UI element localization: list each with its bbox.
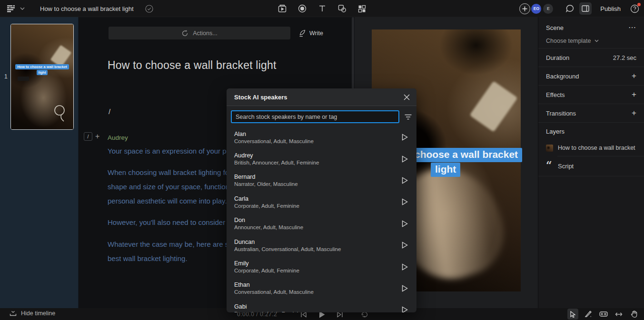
script-line[interactable]: When choosing wall bracket lighting for [108,168,231,176]
chevron-down-icon[interactable] [20,7,25,10]
script-line[interactable]: Your space is an expression of your per [108,147,233,155]
play-preview-icon[interactable] [402,198,408,205]
quill-icon [298,29,306,37]
speaker-row[interactable]: EthanConversational, Adult, Masculine [227,278,416,299]
modal-title: Stock AI speakers [234,94,287,101]
document-heading[interactable]: How to choose a wall bracket light [108,59,277,72]
layer-title: How to choose a wall bracket lig... [558,145,636,151]
add-transition-icon[interactable]: + [632,108,636,118]
video-caption-line[interactable]: light [431,163,460,177]
layout-grid-icon[interactable] [357,3,367,14]
thumbnail-caption-line: How to choose a wall bracket [15,64,69,69]
script-line[interactable]: personal aesthetic will come into play. [108,197,227,205]
help-button[interactable] [630,4,639,13]
slash-command-button[interactable]: / [84,132,92,141]
script-line[interactable]: Whatever the case may be, here are so [108,240,233,248]
speaker-row[interactable]: BernardNarrator, Older, Masculine [227,170,416,191]
magic-actions-icon [181,29,189,37]
speaker-label[interactable]: Audrey [108,134,128,141]
add-block-button[interactable]: + [95,133,99,140]
pan-hand-icon[interactable] [628,309,639,320]
filter-icon[interactable] [405,114,412,120]
avatar[interactable]: EO [531,4,541,14]
record-icon[interactable] [297,3,307,14]
speaker-name: Don [234,217,303,223]
project-title[interactable]: How to choose a wall bracket light [40,5,134,12]
play-preview-icon[interactable] [402,155,408,163]
speaker-row[interactable]: CarlaCorporate, Adult, Feminine [227,191,416,213]
clip-tool-icon[interactable] [598,309,609,320]
horizontal-resize-icon[interactable] [613,309,624,320]
script-line[interactable]: shape and size of your space, function [108,183,229,191]
close-icon[interactable] [404,94,410,100]
speaker-row[interactable]: GabiPromotional, Adult, Feminine [227,299,416,312]
draw-tool-icon[interactable] [583,309,594,320]
timeline-tray-icon [10,310,17,317]
speaker-name: Audrey [234,152,319,159]
thumbnail-caption: How to choose a wall bracket light [11,64,73,75]
comments-icon[interactable] [565,4,575,13]
layer-item-caption[interactable]: How to choose a wall bracket lig... [538,140,644,156]
layers-label: Layers [546,128,565,135]
slide-thumbnail[interactable]: How to choose a wall bracket light [10,24,74,130]
add-collaborator-icon[interactable] [519,3,530,14]
top-bar: How to choose a wall bracket light EO E [0,0,644,17]
thumbnail-caption-line: light [37,70,48,75]
play-preview-icon[interactable] [402,220,408,227]
hide-timeline-button[interactable]: Hide timeline [10,310,55,317]
script-line[interactable]: best wall bracket lighting. [108,254,188,262]
add-background-icon[interactable]: + [632,71,636,81]
app-logo-icon[interactable] [7,5,15,12]
effects-row[interactable]: Effects + [538,86,644,104]
speaker-search-row [227,106,416,126]
quote-icon: “ [546,164,554,169]
thumbnail-speaker-tag [18,77,29,81]
text-icon[interactable] [317,3,327,14]
more-menu-icon[interactable]: ⋯ [628,26,636,29]
notification-dot [637,3,641,6]
stock-ai-speakers-modal: Stock AI speakers AlanConversational, Ad… [227,88,416,312]
slash-command-cursor[interactable]: / [109,107,110,116]
play-preview-icon[interactable] [402,177,408,184]
publish-button[interactable]: Publish [600,5,621,12]
toggle-sidebar-icon[interactable] [579,2,592,15]
speaker-row[interactable]: AudreyBritish, Announcer, Adult, Feminin… [227,148,416,169]
transitions-label: Transitions [546,110,576,117]
select-tool-icon[interactable] [567,309,578,320]
play-preview-icon[interactable] [402,263,408,271]
slides-panel: 1 How to choose a wall bracket light [0,17,79,308]
add-effect-icon[interactable]: + [632,90,636,99]
play-preview-icon[interactable] [402,285,408,292]
speaker-row[interactable]: AlanConversational, Adult, Masculine [227,126,416,148]
speaker-tags: British, Announcer, Adult, Feminine [234,160,319,165]
play-preview-icon[interactable] [402,306,408,312]
actions-bar[interactable]: Actions... [109,27,290,39]
topbar-insert-tools [277,0,367,17]
video-caption-line[interactable]: choose a wall bracket [410,148,522,162]
speaker-tags: Corporate, Adult, Feminine [234,268,299,273]
media-icon[interactable] [277,3,287,14]
play-preview-icon[interactable] [402,242,408,249]
speaker-name: Carla [234,195,299,202]
speaker-tags: Narrator, Older, Masculine [234,181,298,187]
choose-template-button[interactable]: Choose template [538,33,644,48]
speaker-search-input[interactable] [231,110,399,123]
effects-label: Effects [546,91,565,98]
shapes-icon[interactable] [337,3,347,14]
bracket-shape [469,81,517,132]
speaker-tags: Conversational, Adult, Masculine [234,289,314,295]
avatar[interactable]: E [543,4,553,14]
speaker-row[interactable]: DonAnnouncer, Adult, Masculine [227,213,416,234]
background-row[interactable]: Background + [538,67,644,86]
script-line[interactable]: However, you'll also need to consider h [108,218,231,226]
speaker-row[interactable]: DuncanAustralian, Conversational, Adult,… [227,234,416,256]
layer-item-script[interactable]: “ Script [538,156,644,176]
hide-timeline-label: Hide timeline [21,310,55,317]
speaker-name: Ethan [234,281,314,288]
transitions-row[interactable]: Transitions + [538,104,644,123]
write-button[interactable]: Write [298,27,323,39]
play-preview-icon[interactable] [402,134,408,141]
duration-label: Duration [546,54,569,61]
duration-value[interactable]: 27.2 sec [613,54,636,61]
speaker-row[interactable]: EmilyCorporate, Adult, Feminine [227,256,416,277]
